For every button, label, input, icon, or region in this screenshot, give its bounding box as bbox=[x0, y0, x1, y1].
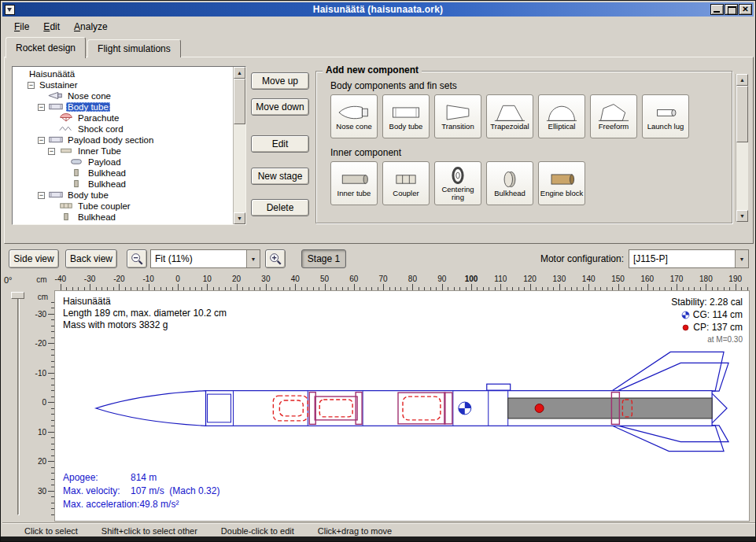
ruler-label: -10 bbox=[137, 275, 160, 283]
ruler-tick bbox=[48, 373, 54, 374]
component-scrollbar-thumb[interactable] bbox=[736, 86, 748, 142]
zoom-in-button[interactable] bbox=[265, 249, 286, 268]
add-centering-ring-button[interactable]: Centering ring bbox=[434, 161, 481, 205]
rotation-slider-handle[interactable] bbox=[11, 292, 24, 299]
tree-item-payload-body-section[interactable]: −Payload body section bbox=[13, 135, 233, 146]
tree-item-haisunäätä[interactable]: Haisunäätä bbox=[13, 68, 233, 79]
component-group-label: Inner component bbox=[330, 147, 732, 158]
title-bar[interactable]: Haisunäätä (haisunaata.ork) bbox=[2, 2, 754, 17]
scroll-down-icon[interactable]: ▼ bbox=[736, 210, 748, 222]
status-bar: Click to selectShift+click to select oth… bbox=[2, 522, 755, 538]
edit-button[interactable]: Edit bbox=[251, 135, 309, 153]
menu-file[interactable]: File bbox=[7, 20, 36, 34]
add-freeform-button[interactable]: Freeform bbox=[590, 94, 637, 138]
zoom-value: Fit (11%) bbox=[151, 250, 246, 267]
add-engine-block-button[interactable]: Engine block bbox=[538, 161, 585, 205]
move-up-button[interactable]: Move up bbox=[251, 72, 309, 90]
new-stage-button[interactable]: New stage bbox=[251, 168, 309, 185]
ruler-label: 40 bbox=[283, 275, 307, 283]
tree-item-tube-coupler[interactable]: Tube coupler bbox=[13, 201, 233, 212]
stage-1-toggle[interactable]: Stage 1 bbox=[301, 249, 346, 268]
add-launch-lug-button[interactable]: Launch lug bbox=[642, 94, 689, 138]
add-transition-button[interactable]: Transition bbox=[434, 94, 481, 138]
scroll-up-icon[interactable]: ▲ bbox=[736, 74, 748, 86]
chevron-down-icon[interactable] bbox=[246, 250, 260, 267]
ruler-label: 80 bbox=[400, 275, 424, 283]
component-panel-scrollbar[interactable]: ▲ ▼ bbox=[736, 74, 748, 222]
motor-configuration-select[interactable]: [J115-P] bbox=[629, 249, 749, 268]
component-tree[interactable]: Haisunäätä−SustainerNose cone−Body tubeP… bbox=[12, 66, 246, 225]
motor-configuration-label: Motor configuration: bbox=[514, 253, 624, 264]
tree-item-inner-tube[interactable]: −Inner Tube bbox=[13, 146, 233, 157]
ruler-tick bbox=[618, 284, 619, 290]
tree-item-parachute[interactable]: Parachute bbox=[13, 112, 233, 124]
stat-row: Apogee:814 m bbox=[63, 471, 219, 485]
tree-scrollbar[interactable]: ▲ ▼ bbox=[233, 67, 245, 224]
bodytube-icon bbox=[48, 135, 66, 146]
tree-expander-icon[interactable]: − bbox=[38, 192, 45, 199]
move-down-button[interactable]: Move down bbox=[251, 98, 309, 116]
stat-label: Apogee: bbox=[63, 471, 131, 485]
tree-item-label: Bulkhead bbox=[87, 168, 127, 178]
ruler-label: 20 bbox=[32, 457, 46, 466]
minimize-button[interactable] bbox=[710, 4, 724, 15]
add-nose-cone-button[interactable]: Nose cone bbox=[330, 94, 378, 138]
tree-scrollbar-thumb[interactable] bbox=[234, 79, 245, 124]
add-elliptical-button[interactable]: Elliptical bbox=[538, 94, 585, 138]
c-elliptical-icon bbox=[544, 102, 580, 123]
bulkhead-icon bbox=[58, 212, 76, 223]
tree-item-label: Body tube bbox=[66, 102, 110, 112]
tree-item-nose-cone[interactable]: Nose cone bbox=[13, 90, 233, 101]
tree-item-body-tube[interactable]: −Body tube bbox=[13, 190, 233, 201]
tab-flight-simulations[interactable]: Flight simulations bbox=[87, 39, 181, 57]
scroll-down-icon[interactable]: ▼ bbox=[234, 212, 245, 224]
stability-value: Stability: 2.28 cal bbox=[671, 296, 743, 308]
scroll-up-icon[interactable]: ▲ bbox=[234, 67, 245, 79]
ruler-tick bbox=[48, 491, 54, 492]
tree-item-label: Parachute bbox=[76, 113, 120, 123]
stability-info: Stability: 2.28 cal CG: 114 cm CP: 137 c… bbox=[671, 296, 743, 346]
tree-expander-icon[interactable]: − bbox=[48, 148, 55, 155]
menu-edit[interactable]: Edit bbox=[36, 20, 67, 34]
ruler-tick bbox=[48, 432, 54, 433]
flight-stats: Apogee:814 mMax. velocity:107 m/s (Mach … bbox=[63, 471, 219, 511]
tab-rocket-design[interactable]: Rocket design bbox=[6, 37, 86, 58]
tree-item-shock-cord[interactable]: Shock cord bbox=[13, 124, 233, 135]
ruler-tick bbox=[149, 284, 149, 290]
maximize-button[interactable] bbox=[725, 4, 738, 15]
add-inner-tube-button[interactable]: Inner tube bbox=[330, 161, 378, 205]
add-trapezoidal-button[interactable]: Trapezoidal bbox=[486, 94, 533, 138]
tree-item-bulkhead[interactable]: Bulkhead bbox=[13, 179, 233, 190]
tree-item-bulkhead[interactable]: Bulkhead bbox=[13, 168, 233, 179]
ruler-tick bbox=[266, 284, 267, 290]
rocket-name: Haisunäätä bbox=[63, 296, 227, 308]
tree-item-label: Payload bbox=[87, 157, 123, 167]
tree-item-payload[interactable]: Payload bbox=[13, 157, 233, 168]
chevron-down-icon[interactable] bbox=[735, 250, 748, 267]
tree-expander-icon[interactable]: − bbox=[38, 137, 45, 144]
add-coupler-button[interactable]: Coupler bbox=[382, 161, 430, 205]
ruler-tick bbox=[48, 314, 54, 315]
add-body-tube-button[interactable]: Body tube bbox=[382, 94, 430, 138]
add-bulkhead-button[interactable]: Bulkhead bbox=[486, 161, 533, 205]
tree-item-label: Payload body section bbox=[66, 135, 155, 145]
tree-item-sustainer[interactable]: −Sustainer bbox=[13, 79, 233, 90]
delete-button[interactable]: Delete bbox=[251, 199, 309, 216]
c-trapezoidal-icon bbox=[492, 102, 528, 123]
side-view-button[interactable]: Side view bbox=[9, 249, 59, 268]
menu-analyze[interactable]: Analyze bbox=[67, 20, 115, 34]
zoom-out-button[interactable] bbox=[127, 249, 147, 268]
ruler-label: 160 bbox=[636, 275, 659, 283]
rocket-canvas[interactable]: Haisunäätä Length 189 cm, max. diameter … bbox=[54, 290, 750, 522]
tree-expander-icon[interactable]: − bbox=[28, 82, 35, 89]
back-view-button[interactable]: Back view bbox=[65, 249, 117, 268]
launch-lug-outline bbox=[487, 384, 511, 390]
tree-item-bulkhead[interactable]: Bulkhead bbox=[13, 212, 233, 223]
c-launchlug-icon bbox=[647, 102, 684, 123]
zoom-select[interactable]: Fit (11%) bbox=[150, 249, 260, 268]
tree-item-body-tube[interactable]: −Body tube bbox=[13, 101, 233, 112]
ruler-tick bbox=[471, 284, 472, 290]
tree-expander-icon[interactable]: − bbox=[38, 104, 45, 111]
close-button[interactable] bbox=[739, 4, 752, 15]
ruler-tick bbox=[647, 284, 648, 290]
